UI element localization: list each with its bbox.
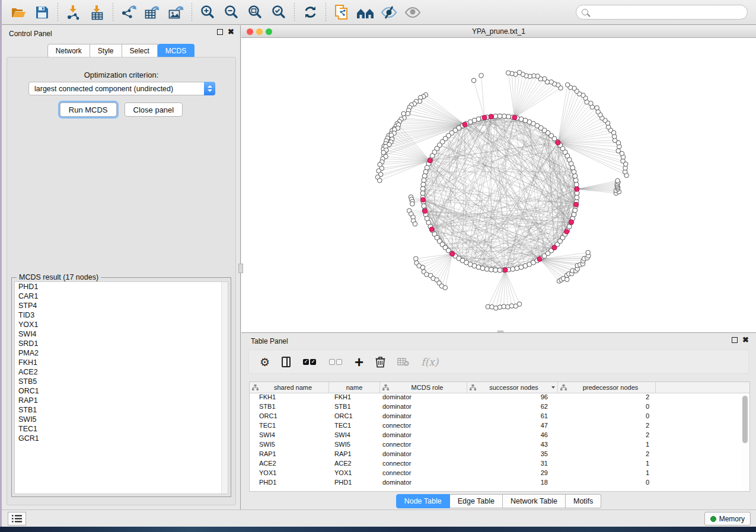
hide-graphics-details-icon[interactable] [377, 2, 401, 23]
mcds-result-item[interactable]: SWI4 [15, 329, 228, 339]
network-leaf-node[interactable] [517, 302, 522, 306]
clone-network-icon[interactable] [330, 2, 353, 23]
network-leaf-node[interactable] [615, 178, 620, 183]
network-hub-node[interactable] [462, 122, 467, 127]
show-graphics-details-icon[interactable] [401, 2, 425, 23]
export-table-icon[interactable] [141, 2, 164, 23]
network-leaf-node[interactable] [565, 82, 570, 87]
mcds-list-scrollbar[interactable] [221, 282, 228, 493]
tab-edge-table[interactable]: Edge Table [450, 494, 503, 508]
float-panel-icon[interactable] [217, 29, 223, 35]
table-row[interactable]: ACE2ACE2connector311 [250, 460, 749, 469]
network-leaf-node[interactable] [420, 265, 425, 270]
table-scrollbar-thumb[interactable] [742, 396, 748, 443]
network-node[interactable] [421, 182, 426, 187]
network-node[interactable] [480, 266, 485, 271]
mcds-result-item[interactable]: FKH1 [15, 358, 228, 367]
tab-mcds[interactable]: MCDS [158, 44, 194, 58]
network-node[interactable] [422, 174, 427, 178]
network-leaf-node[interactable] [479, 73, 484, 78]
export-network-icon[interactable] [117, 2, 141, 23]
network-node[interactable] [493, 114, 498, 118]
deselect-all-rows-icon[interactable] [328, 355, 343, 369]
mcds-result-item[interactable]: ACE2 [15, 367, 228, 377]
network-node[interactable] [574, 182, 579, 187]
zoom-selected-icon[interactable] [267, 2, 291, 23]
network-leaf-node[interactable] [443, 286, 448, 290]
network-leaf-node[interactable] [414, 257, 419, 261]
network-hub-node[interactable] [556, 140, 560, 145]
tab-node-table[interactable]: Node Table [396, 494, 450, 508]
tab-style[interactable]: Style [90, 44, 122, 58]
settings-gear-icon[interactable]: ⚙ [260, 355, 270, 369]
close-panel-button[interactable]: Close panel [125, 102, 183, 117]
zoom-fit-icon[interactable] [243, 2, 267, 23]
first-neighbors-icon[interactable] [353, 2, 377, 23]
mcds-result-item[interactable]: STB5 [15, 377, 228, 386]
network-hub-node[interactable] [429, 227, 434, 232]
float-table-panel-icon[interactable] [732, 337, 738, 343]
task-history-button[interactable] [8, 512, 26, 525]
criterion-dropdown[interactable]: largest connected component (undirected) [28, 82, 215, 95]
network-node[interactable] [575, 195, 579, 200]
mcds-result-item[interactable]: CAR1 [15, 291, 228, 301]
vertical-splitter-grip[interactable] [238, 264, 243, 273]
table-row[interactable]: RAP1RAP1dominator352 [250, 450, 749, 460]
add-column-icon[interactable]: + [355, 355, 363, 369]
network-hub-node[interactable] [482, 116, 487, 120]
column-header-name[interactable]: name [329, 382, 380, 393]
mcds-result-list[interactable]: PHD1CAR1STP4TID3YOX1SWI4SRD1PMA2FKH1ACE2… [14, 281, 228, 494]
network-window-titlebar[interactable]: YPA_prune.txt_1 [241, 25, 756, 38]
table-row[interactable]: PHD1PHD1dominator180 [250, 479, 749, 488]
network-node[interactable] [573, 208, 578, 213]
search-input[interactable] [588, 8, 747, 17]
network-hub-node[interactable] [420, 197, 425, 202]
export-image-icon[interactable] [164, 2, 188, 23]
refresh-layout-icon[interactable] [298, 2, 322, 23]
network-node[interactable] [573, 178, 578, 182]
delete-column-icon[interactable] [375, 355, 385, 369]
column-header-successor-nodes[interactable]: successor nodes [467, 382, 558, 393]
table-row[interactable]: FKH1FKH1dominator962 [250, 393, 749, 403]
column-header-shared-name[interactable]: shared name [250, 382, 329, 393]
column-header-predecessor-nodes[interactable]: predecessor nodes [558, 382, 656, 393]
network-leaf-node[interactable] [616, 149, 621, 153]
import-network-icon[interactable] [62, 2, 85, 23]
mcds-result-item[interactable]: YOX1 [15, 320, 228, 329]
mcds-result-item[interactable]: RAP1 [15, 396, 228, 405]
table-row[interactable]: YOX1YOX1connector291 [250, 469, 749, 479]
select-all-rows-icon[interactable]: ✓✓ [302, 355, 317, 369]
tab-network[interactable]: Network [47, 44, 90, 58]
mcds-result-item[interactable]: STP4 [15, 301, 228, 310]
network-leaf-node[interactable] [595, 105, 599, 110]
mcds-result-item[interactable]: SWI5 [15, 415, 228, 424]
memory-button[interactable]: Memory [704, 512, 751, 525]
network-leaf-node[interactable] [586, 250, 591, 255]
table-row[interactable]: SWI5SWI5connector431 [250, 441, 749, 450]
close-panel-icon[interactable]: ✖ [228, 29, 234, 35]
show-columns-icon[interactable] [282, 355, 291, 369]
open-file-icon[interactable] [7, 2, 30, 23]
mcds-result-item[interactable]: GCR1 [15, 434, 228, 443]
network-leaf-node[interactable] [471, 78, 476, 83]
network-canvas[interactable] [241, 38, 756, 332]
table-row[interactable]: SWI4SWI4dominator462 [250, 431, 749, 441]
network-leaf-node[interactable] [506, 70, 511, 75]
close-table-panel-icon[interactable]: ✖ [742, 337, 749, 343]
column-header-MCDS-role[interactable]: MCDS role [380, 382, 467, 393]
mcds-result-item[interactable]: TID3 [15, 310, 228, 320]
network-hub-node[interactable] [503, 268, 508, 273]
table-row[interactable]: STB1STB1dominator620 [250, 403, 749, 412]
network-leaf-node[interactable] [413, 222, 417, 226]
table-row[interactable]: ORC1ORC1dominator610 [250, 412, 749, 422]
network-hub-node[interactable] [428, 158, 432, 163]
network-leaf-node[interactable] [401, 111, 406, 116]
network-hub-node[interactable] [574, 202, 579, 207]
network-hub-node[interactable] [489, 114, 493, 119]
table-scrollbar[interactable] [742, 394, 748, 491]
mcds-result-item[interactable]: STB1 [15, 405, 228, 415]
tab-select[interactable]: Select [122, 44, 158, 58]
mcds-result-item[interactable]: PMA2 [15, 348, 228, 358]
network-leaf-node[interactable] [381, 150, 386, 155]
import-table-icon[interactable] [85, 2, 109, 23]
